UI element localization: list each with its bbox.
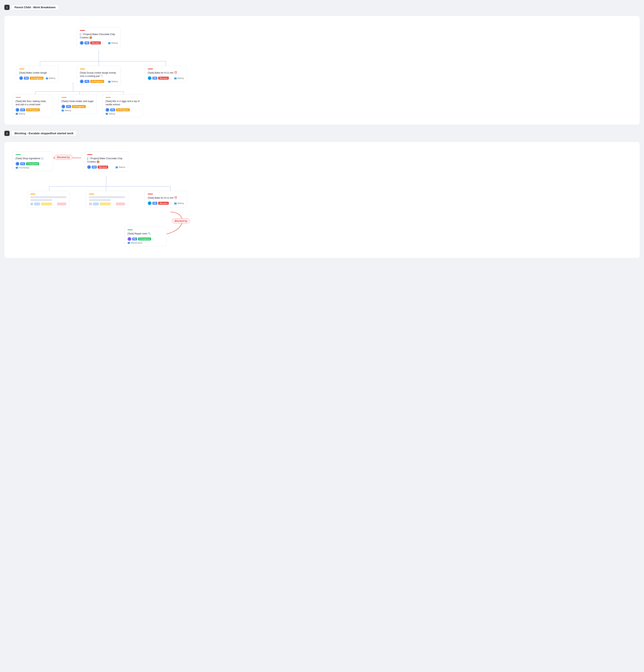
l2-3-avatar: 👤 <box>106 108 109 112</box>
shop-team: 👥 Purchasing <box>15 166 29 169</box>
blurred-center-badge-yellow <box>100 203 111 205</box>
l1-1-footer: 👤 P0 In Progress 👥 Baking <box>19 76 55 80</box>
l1-2-status: In Progress <box>90 80 104 83</box>
blurred-center-badge-pink <box>116 203 125 205</box>
card-l1-2[interactable]: [Task] Scoop cookie dough evenly onto a … <box>77 66 121 86</box>
l1-3-title: [Task] Bake for 9-11 min ⏰ <box>148 71 184 74</box>
l1-3-avatar: 👤 <box>148 76 151 80</box>
blurred-left-bar <box>30 194 35 194</box>
l2-1-footer: 👤 P1 In Progress 👥 Baking <box>15 108 50 115</box>
l1-2-avatar: 👤 <box>80 80 83 83</box>
l2-2-footer: 👤 P1 In Progress 👥 Baking <box>61 105 94 111</box>
l2-1-avatar: 👤 <box>15 108 19 112</box>
l2-1-team: 👥 Baking <box>15 112 25 115</box>
card-bake[interactable]: [Task] Bake for 9-11 min ⏰ 👤 P0 Blocked … <box>145 191 187 207</box>
l1-3-priority: P0 <box>152 77 157 80</box>
section-number-2: 2 <box>4 131 10 136</box>
repair-status: Completed <box>138 238 151 240</box>
section-1: 1 Parent Child - Work Breakdown <box>4 4 640 124</box>
shop-bar <box>15 154 21 155</box>
l2-1-bar <box>15 97 21 98</box>
l2-1-priority: P1 <box>20 108 25 111</box>
blurred-center-footer <box>89 203 125 205</box>
blocked-by-label-1: Blocked by <box>54 155 72 160</box>
l1-2-team: 👥 Baking <box>108 80 118 83</box>
root-team: 👥 Baking <box>108 42 118 44</box>
s2-diagram-area: [Task] Shop ingredients 🛒 👤 P1 Completed… <box>9 148 635 251</box>
root-footer: 👤 P0 Blocked 👥 Baking <box>80 41 118 45</box>
blurred-badge-blue <box>34 203 40 205</box>
blurred-center-badge-blue <box>93 203 99 205</box>
l2-1-status: In Progress <box>26 108 40 111</box>
root2-avatar: 👤 <box>87 165 91 169</box>
l1-1-bar <box>19 69 24 69</box>
repair-team: 👥 Maintenance <box>128 242 142 244</box>
section-title-2: Blocking - Escalate stopped/not started … <box>11 130 77 136</box>
repair-title: [Task] Repair oven 🔧 <box>128 232 164 235</box>
root2-priority: P0 <box>92 166 97 169</box>
l2-1-title: [Task] Mix flour, baking soda, and salt … <box>15 99 50 106</box>
root-avatar: 👤 <box>80 41 83 45</box>
bake-title: [Task] Bake for 9-11 min ⏰ <box>148 196 184 200</box>
section-1-header: 1 Parent Child - Work Breakdown <box>4 4 640 10</box>
card-repair[interactable]: [Task] Repair oven 🔧 👤 P2 Completed 👥 Ma… <box>125 227 167 246</box>
s1-diagram-area: [📄Project] Make Chocolate Chip Cookies 🍪… <box>9 22 635 117</box>
bake-status: Blocked <box>158 202 169 205</box>
section-2-diagram: [Task] Shop ingredients 🛒 👤 P1 Completed… <box>4 142 640 258</box>
section-2-header: 2 Blocking - Escalate stopped/not starte… <box>4 130 640 136</box>
l1-1-avatar: 👤 <box>19 76 23 80</box>
l1-1-team: 👥 Baking <box>46 77 55 80</box>
card-l2-2[interactable]: [Task] Cream butter and sugar 👤 P1 In Pr… <box>58 94 97 114</box>
repair-footer: 👤 P2 Completed 👥 Maintenance <box>128 237 164 244</box>
bake-bar <box>148 194 153 194</box>
blocked-by-label-2: Blocked by <box>172 218 190 224</box>
root-title: [📄Project] Make Chocolate Chip Cookies 🍪 <box>80 33 118 39</box>
l2-3-title: [Task] Mix in 2 eggs and a tsp of vanill… <box>106 99 140 106</box>
l1-1-title: [Task] Make cookie dough <box>19 71 55 74</box>
l1-3-status: Blocked <box>158 77 169 80</box>
blurred-center-bar <box>89 194 94 194</box>
section-2: 2 Blocking - Escalate stopped/not starte… <box>4 130 640 258</box>
l1-1-status: In Progress <box>30 77 44 80</box>
section-1-diagram: [📄Project] Make Chocolate Chip Cookies 🍪… <box>4 16 640 124</box>
card-root-1[interactable]: [📄Project] Make Chocolate Chip Cookies 🍪… <box>77 27 121 47</box>
section-number-1: 1 <box>4 5 10 10</box>
root-bar <box>80 30 85 31</box>
card-shop[interactable]: [Task] Shop ingredients 🛒 👤 P1 Completed… <box>12 152 53 171</box>
card-root-2[interactable]: [📄Project] Make Chocolate Chip Cookies 🍪… <box>84 152 128 171</box>
root2-team: 👥 Baking <box>116 166 125 168</box>
l2-2-avatar: 👤 <box>61 105 65 108</box>
blurred-left-line2 <box>30 199 52 201</box>
bake-avatar: 👤 <box>148 201 151 205</box>
root2-bar <box>87 154 92 155</box>
root2-status: Blocked <box>98 166 108 169</box>
card-l1-3[interactable]: [Task] Bake for 9-11 min ⏰ 👤 P0 Blocked … <box>145 66 187 82</box>
shop-status: Completed <box>26 162 39 165</box>
repair-bar <box>128 229 133 230</box>
bake-team: 👥 Baking <box>174 202 184 204</box>
l2-3-status: In Progress <box>116 108 130 111</box>
l1-2-bar <box>80 69 85 69</box>
repair-avatar: 👤 <box>128 237 131 241</box>
l2-2-team: 👥 Baking <box>61 109 71 111</box>
blurred-center-line2 <box>89 199 111 201</box>
root-status: Blocked <box>90 41 101 44</box>
shop-priority: P1 <box>20 162 25 165</box>
blurred-left-line1 <box>30 196 66 198</box>
section-title-1: Parent Child - Work Breakdown <box>11 4 59 10</box>
root2-title: [📄Project] Make Chocolate Chip Cookies 🍪 <box>87 157 125 164</box>
root2-footer: 👤 P0 Blocked 👥 Baking <box>87 165 125 169</box>
bake-priority: P0 <box>152 202 157 205</box>
l2-2-priority: P1 <box>66 105 71 108</box>
root-left: 👤 P0 Blocked <box>80 41 101 45</box>
l1-3-team: 👥 Baking <box>174 77 184 80</box>
team-icon: 👥 <box>108 42 111 44</box>
card-l2-1[interactable]: [Task] Mix flour, baking soda, and salt … <box>12 94 53 117</box>
card-l1-1[interactable]: [Task] Make cookie dough 👤 P0 In Progres… <box>16 66 58 82</box>
card-l2-3[interactable]: [Task] Mix in 2 eggs and a tsp of vanill… <box>103 94 143 117</box>
l2-2-bar <box>61 97 67 98</box>
blurred-badge-pink <box>57 203 66 205</box>
l2-3-team: 👥 Baking <box>106 112 115 115</box>
l1-2-title: [Task] Scoop cookie dough evenly onto a … <box>80 71 118 78</box>
card-blurred-center <box>86 191 128 208</box>
